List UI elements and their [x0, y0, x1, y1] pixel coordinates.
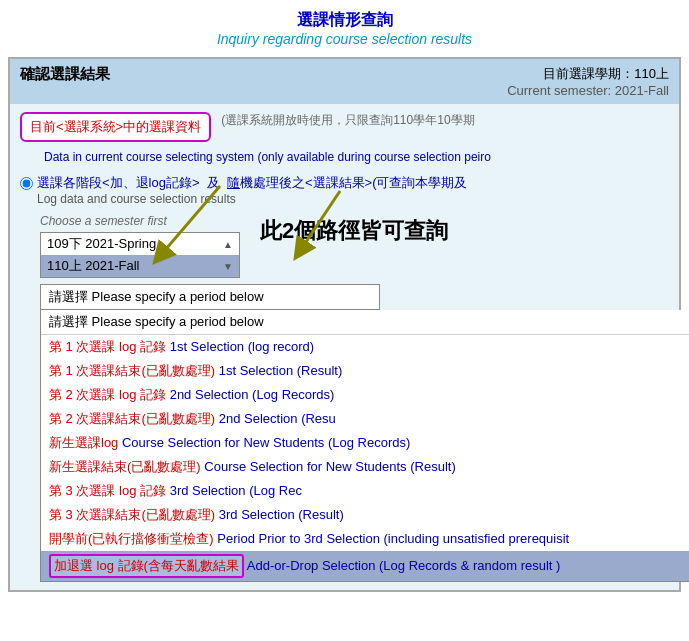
period-option-3[interactable]: 第 2 次選課 log 記錄 2nd Selection (Log Record… [41, 383, 689, 407]
period-option-0[interactable]: 請選擇 Please specify a period below [41, 310, 689, 335]
scroll-up-arrow: ▲ [223, 239, 233, 250]
page-header: 選課情形查詢 Inquiry regarding course selectio… [0, 0, 689, 53]
period-dropdown-container: 請選擇 Please specify a period below 請選擇 Pl… [40, 284, 669, 582]
period-option-5[interactable]: 新生選課log Course Selection for New Student… [41, 431, 689, 455]
page-title-zh: 選課情形查詢 [0, 10, 689, 31]
option2-label-zh: 選課各階段<加、退log記錄> 及 隨機處理後之<選課結果>(可查詢本學期及 [37, 174, 669, 192]
current-semester-zh: 目前選課學期：110上 [507, 65, 669, 83]
period-dropdown-list: 請選擇 Please specify a period below 第 1 次選… [40, 310, 689, 582]
page-title-en: Inquiry regarding course selection resul… [0, 31, 689, 47]
current-semester-en: Current semester: 2021-Fall [507, 83, 669, 98]
semester-label: Choose a semester first [40, 214, 240, 228]
annotation-text: 此2個路徑皆可查詢 [260, 216, 448, 246]
main-container: 確認選課結果 目前選課學期：110上 Current semester: 202… [8, 57, 681, 592]
option2-container: 選課各階段<加、退log記錄> 及 隨機處理後之<選課結果>(可查詢本學期及 L… [20, 174, 669, 582]
period-option-2[interactable]: 第 1 次選課結束(已亂數處理) 1st Selection (Result) [41, 359, 689, 383]
option2-radio[interactable] [20, 177, 33, 190]
period-option-10[interactable]: 加退選 log 記錄(含每天亂數結果 Add-or-Drop Selection… [41, 551, 689, 581]
period-option-9[interactable]: 開學前(已執行擋修衝堂檢查) Period Prior to 3rd Selec… [41, 527, 689, 551]
content-area: 目前<選課系統>中的選課資料 (選課系統開放時使用，只限查詢110學年10學期 … [10, 104, 679, 590]
option1-desc: Data in current course selecting system … [44, 150, 669, 164]
period-placeholder: 請選擇 Please specify a period below [49, 288, 264, 306]
period-option-6[interactable]: 新生選課結束(已亂數處理) Course Selection for New S… [41, 455, 689, 479]
current-system-button[interactable]: 目前<選課系統>中的選課資料 [20, 112, 211, 142]
option2-label-en: Log data and course selection results [37, 192, 669, 206]
period-option-1[interactable]: 第 1 次選課 log 記錄 1st Selection (log record… [41, 335, 689, 359]
option1-note: (選課系統開放時使用，只限查詢110學年10學期 [221, 112, 474, 129]
section-title: 確認選課結果 [20, 65, 110, 84]
semester-listbox[interactable]: 109下 2021-Spring ▲ 110上 2021-Fall ▼ [40, 232, 240, 278]
current-semester: 目前選課學期：110上 Current semester: 2021-Fall [507, 65, 669, 98]
section-header: 確認選課結果 目前選課學期：110上 Current semester: 202… [10, 59, 679, 104]
semester-and-annotation: Choose a semester first 109下 2021-Spring… [20, 206, 669, 278]
scroll-down-arrow: ▼ [223, 261, 233, 272]
annotation-block: 此2個路徑皆可查詢 [260, 216, 448, 246]
period-option-7[interactable]: 第 3 次選課 log 記錄 3rd Selection (Log Rec [41, 479, 689, 503]
period-option-4[interactable]: 第 2 次選課結束(已亂數處理) 2nd Selection (Resu [41, 407, 689, 431]
inner-content: 目前<選課系統>中的選課資料 (選課系統開放時使用，只限查詢110學年10學期 … [20, 112, 669, 582]
semester-item-spring[interactable]: 109下 2021-Spring ▲ [41, 233, 239, 255]
option2-content: 選課各階段<加、退log記錄> 及 隨機處理後之<選課結果>(可查詢本學期及 L… [37, 174, 669, 206]
semester-selector: Choose a semester first 109下 2021-Spring… [40, 214, 240, 278]
semester-item-fall[interactable]: 110上 2021-Fall ▼ [41, 255, 239, 277]
period-option-8[interactable]: 第 3 次選課結束(已亂數處理) 3rd Selection (Result) [41, 503, 689, 527]
period-dropdown-header[interactable]: 請選擇 Please specify a period below [40, 284, 380, 310]
option2-radio-row: 選課各階段<加、退log記錄> 及 隨機處理後之<選課結果>(可查詢本學期及 L… [20, 174, 669, 206]
option1-row: 目前<選課系統>中的選課資料 (選課系統開放時使用，只限查詢110學年10學期 [20, 112, 669, 142]
